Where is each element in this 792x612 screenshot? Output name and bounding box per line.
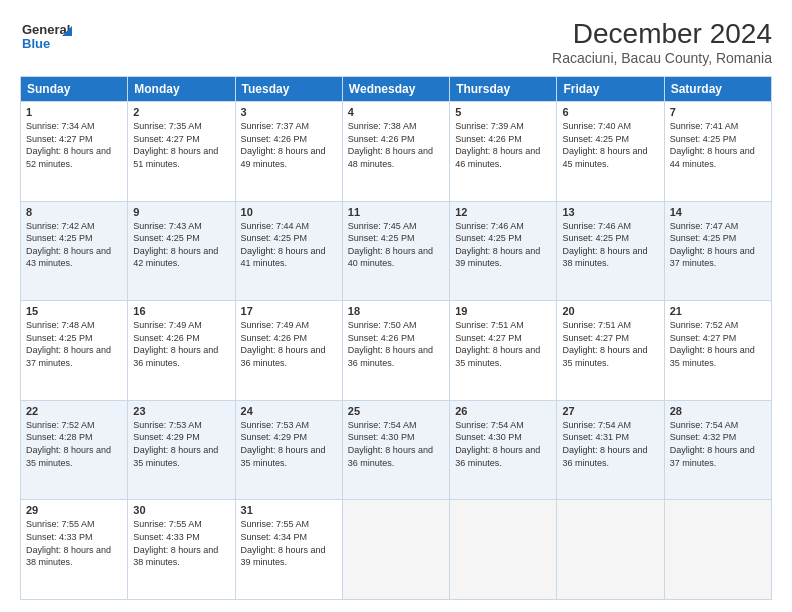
calendar-week-row: 15 Sunrise: 7:48 AM Sunset: 4:25 PM Dayl… (21, 301, 772, 401)
sunrise-label: Sunrise: 7:43 AM (133, 221, 202, 231)
sunrise-label: Sunrise: 7:52 AM (26, 420, 95, 430)
sunrise-label: Sunrise: 7:40 AM (562, 121, 631, 131)
day-info: Sunrise: 7:52 AM Sunset: 4:27 PM Dayligh… (670, 319, 766, 369)
daylight-label: Daylight: 8 hours and 46 minutes. (455, 146, 540, 169)
day-number: 5 (455, 106, 551, 118)
day-info: Sunrise: 7:51 AM Sunset: 4:27 PM Dayligh… (455, 319, 551, 369)
calendar-day-cell: 1 Sunrise: 7:34 AM Sunset: 4:27 PM Dayli… (21, 102, 128, 202)
calendar-day-cell: 6 Sunrise: 7:40 AM Sunset: 4:25 PM Dayli… (557, 102, 664, 202)
calendar-table: Sunday Monday Tuesday Wednesday Thursday… (20, 76, 772, 600)
sunrise-label: Sunrise: 7:50 AM (348, 320, 417, 330)
daylight-label: Daylight: 8 hours and 40 minutes. (348, 246, 433, 269)
day-number: 30 (133, 504, 229, 516)
day-info: Sunrise: 7:47 AM Sunset: 4:25 PM Dayligh… (670, 220, 766, 270)
day-number: 1 (26, 106, 122, 118)
day-number: 10 (241, 206, 337, 218)
day-number: 13 (562, 206, 658, 218)
calendar-day-cell: 27 Sunrise: 7:54 AM Sunset: 4:31 PM Dayl… (557, 400, 664, 500)
calendar-week-row: 29 Sunrise: 7:55 AM Sunset: 4:33 PM Dayl… (21, 500, 772, 600)
daylight-label: Daylight: 8 hours and 45 minutes. (562, 146, 647, 169)
daylight-label: Daylight: 8 hours and 35 minutes. (241, 445, 326, 468)
calendar-day-cell: 29 Sunrise: 7:55 AM Sunset: 4:33 PM Dayl… (21, 500, 128, 600)
calendar-header-row: Sunday Monday Tuesday Wednesday Thursday… (21, 77, 772, 102)
calendar-day-cell (557, 500, 664, 600)
day-number: 3 (241, 106, 337, 118)
sunset-label: Sunset: 4:25 PM (670, 233, 737, 243)
sunrise-label: Sunrise: 7:52 AM (670, 320, 739, 330)
sunset-label: Sunset: 4:26 PM (455, 134, 522, 144)
sunset-label: Sunset: 4:26 PM (348, 333, 415, 343)
calendar-day-cell: 28 Sunrise: 7:54 AM Sunset: 4:32 PM Dayl… (664, 400, 771, 500)
calendar-day-cell: 14 Sunrise: 7:47 AM Sunset: 4:25 PM Dayl… (664, 201, 771, 301)
day-info: Sunrise: 7:49 AM Sunset: 4:26 PM Dayligh… (241, 319, 337, 369)
col-wednesday: Wednesday (342, 77, 449, 102)
daylight-label: Daylight: 8 hours and 35 minutes. (26, 445, 111, 468)
sunset-label: Sunset: 4:27 PM (26, 134, 93, 144)
calendar-day-cell (450, 500, 557, 600)
daylight-label: Daylight: 8 hours and 43 minutes. (26, 246, 111, 269)
daylight-label: Daylight: 8 hours and 44 minutes. (670, 146, 755, 169)
sunset-label: Sunset: 4:25 PM (26, 233, 93, 243)
sunset-label: Sunset: 4:25 PM (133, 233, 200, 243)
day-number: 4 (348, 106, 444, 118)
day-number: 2 (133, 106, 229, 118)
day-info: Sunrise: 7:52 AM Sunset: 4:28 PM Dayligh… (26, 419, 122, 469)
sunset-label: Sunset: 4:25 PM (348, 233, 415, 243)
day-number: 15 (26, 305, 122, 317)
day-number: 27 (562, 405, 658, 417)
daylight-label: Daylight: 8 hours and 38 minutes. (26, 545, 111, 568)
sunset-label: Sunset: 4:25 PM (455, 233, 522, 243)
sunset-label: Sunset: 4:33 PM (26, 532, 93, 542)
sunset-label: Sunset: 4:25 PM (562, 233, 629, 243)
sunrise-label: Sunrise: 7:55 AM (133, 519, 202, 529)
logo: General Blue (20, 18, 80, 58)
sunrise-label: Sunrise: 7:49 AM (133, 320, 202, 330)
daylight-label: Daylight: 8 hours and 51 minutes. (133, 146, 218, 169)
calendar-day-cell (664, 500, 771, 600)
sunrise-label: Sunrise: 7:41 AM (670, 121, 739, 131)
daylight-label: Daylight: 8 hours and 38 minutes. (562, 246, 647, 269)
daylight-label: Daylight: 8 hours and 35 minutes. (670, 345, 755, 368)
calendar-day-cell: 5 Sunrise: 7:39 AM Sunset: 4:26 PM Dayli… (450, 102, 557, 202)
sunset-label: Sunset: 4:26 PM (241, 333, 308, 343)
col-sunday: Sunday (21, 77, 128, 102)
calendar-day-cell: 8 Sunrise: 7:42 AM Sunset: 4:25 PM Dayli… (21, 201, 128, 301)
sunrise-label: Sunrise: 7:53 AM (133, 420, 202, 430)
day-info: Sunrise: 7:38 AM Sunset: 4:26 PM Dayligh… (348, 120, 444, 170)
calendar-day-cell: 13 Sunrise: 7:46 AM Sunset: 4:25 PM Dayl… (557, 201, 664, 301)
daylight-label: Daylight: 8 hours and 41 minutes. (241, 246, 326, 269)
calendar-week-row: 8 Sunrise: 7:42 AM Sunset: 4:25 PM Dayli… (21, 201, 772, 301)
daylight-label: Daylight: 8 hours and 36 minutes. (562, 445, 647, 468)
day-number: 8 (26, 206, 122, 218)
sunrise-label: Sunrise: 7:51 AM (562, 320, 631, 330)
sunrise-label: Sunrise: 7:42 AM (26, 221, 95, 231)
day-info: Sunrise: 7:55 AM Sunset: 4:33 PM Dayligh… (26, 518, 122, 568)
svg-text:Blue: Blue (22, 36, 50, 51)
day-number: 25 (348, 405, 444, 417)
daylight-label: Daylight: 8 hours and 38 minutes. (133, 545, 218, 568)
title-block: December 2024 Racaciuni, Bacau County, R… (552, 18, 772, 66)
daylight-label: Daylight: 8 hours and 36 minutes. (133, 345, 218, 368)
day-number: 22 (26, 405, 122, 417)
calendar-day-cell: 23 Sunrise: 7:53 AM Sunset: 4:29 PM Dayl… (128, 400, 235, 500)
daylight-label: Daylight: 8 hours and 39 minutes. (241, 545, 326, 568)
sunrise-label: Sunrise: 7:53 AM (241, 420, 310, 430)
day-number: 17 (241, 305, 337, 317)
day-info: Sunrise: 7:46 AM Sunset: 4:25 PM Dayligh… (562, 220, 658, 270)
daylight-label: Daylight: 8 hours and 48 minutes. (348, 146, 433, 169)
day-number: 23 (133, 405, 229, 417)
day-info: Sunrise: 7:40 AM Sunset: 4:25 PM Dayligh… (562, 120, 658, 170)
day-number: 28 (670, 405, 766, 417)
sunrise-label: Sunrise: 7:51 AM (455, 320, 524, 330)
main-title: December 2024 (552, 18, 772, 50)
sunset-label: Sunset: 4:27 PM (455, 333, 522, 343)
day-info: Sunrise: 7:43 AM Sunset: 4:25 PM Dayligh… (133, 220, 229, 270)
day-info: Sunrise: 7:55 AM Sunset: 4:34 PM Dayligh… (241, 518, 337, 568)
svg-text:General: General (22, 22, 70, 37)
daylight-label: Daylight: 8 hours and 35 minutes. (562, 345, 647, 368)
sunset-label: Sunset: 4:26 PM (133, 333, 200, 343)
sunrise-label: Sunrise: 7:54 AM (348, 420, 417, 430)
sunset-label: Sunset: 4:28 PM (26, 432, 93, 442)
sunrise-label: Sunrise: 7:34 AM (26, 121, 95, 131)
sunset-label: Sunset: 4:26 PM (241, 134, 308, 144)
